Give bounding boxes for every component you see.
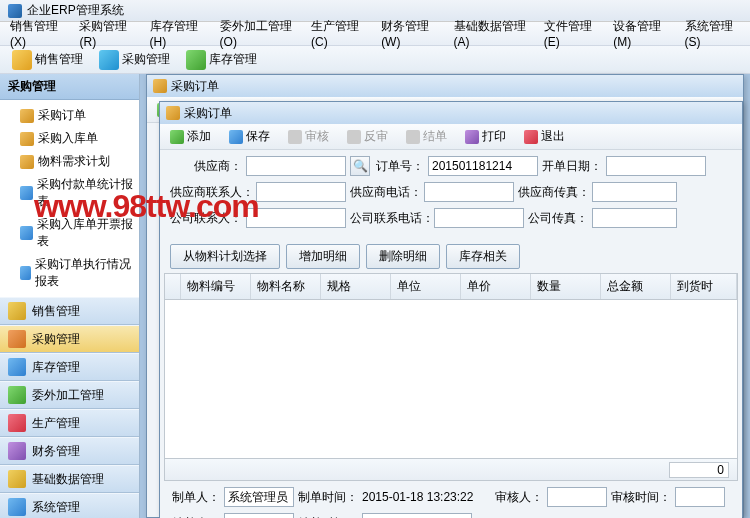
inner-window-title[interactable]: 采购订单 (160, 102, 742, 124)
purchase-icon (99, 50, 119, 70)
menu-purchase[interactable]: 采购管理(R) (73, 15, 141, 52)
supplier-fax-input[interactable] (592, 182, 677, 202)
print-button[interactable]: 打印 (461, 126, 510, 147)
menu-stock[interactable]: 库存管理(H) (144, 15, 212, 52)
menu-production[interactable]: 生产管理(C) (305, 15, 373, 52)
date-input[interactable] (606, 156, 706, 176)
nav-sales[interactable]: 销售管理 (0, 297, 139, 325)
maketime-label: 制单时间： (298, 489, 358, 506)
date-label: 开单日期： (542, 158, 602, 175)
toolbar-stock-label: 库存管理 (209, 51, 257, 68)
auditor-label: 审核人： (487, 489, 543, 506)
tree-invoice-report[interactable]: 采购入库单开票报表 (0, 213, 139, 253)
menu-sales[interactable]: 销售管理(X) (4, 15, 71, 52)
col-qty[interactable]: 数量 (531, 274, 601, 299)
company-phone-input[interactable] (434, 208, 524, 228)
save-icon (229, 130, 243, 144)
toolbar-stock[interactable]: 库存管理 (182, 48, 261, 72)
stock-icon (8, 358, 26, 376)
toolbar-purchase[interactable]: 采购管理 (95, 48, 174, 72)
maketime-value: 2015-01-18 13:23:22 (362, 490, 473, 504)
col-unit[interactable]: 单位 (391, 274, 461, 299)
nav-finance[interactable]: 财务管理 (0, 437, 139, 465)
save-button[interactable]: 保存 (225, 126, 274, 147)
col-material-name[interactable]: 物料名称 (251, 274, 321, 299)
supplier-phone-label: 供应商电话： (350, 184, 420, 201)
grid-total: 0 (669, 462, 729, 478)
audittime-input[interactable] (675, 487, 725, 507)
sales-icon (12, 50, 32, 70)
company-fax-input[interactable] (592, 208, 677, 228)
nav-system[interactable]: 系统管理 (0, 493, 139, 518)
tree-material-req[interactable]: 物料需求计划 (0, 150, 139, 173)
menu-equipment[interactable]: 设备管理(M) (607, 15, 676, 52)
orderno-input[interactable] (428, 156, 538, 176)
col-total[interactable]: 总金额 (601, 274, 671, 299)
menu-outsource[interactable]: 委外加工管理(O) (214, 15, 303, 52)
doc-icon (20, 132, 34, 146)
stock-icon (186, 50, 206, 70)
menu-system[interactable]: 系统管理(S) (679, 15, 746, 52)
inner-exit-button[interactable]: 退出 (520, 126, 569, 147)
auditor-input[interactable] (547, 487, 607, 507)
tree-purchase-in[interactable]: 采购入库单 (0, 127, 139, 150)
sidebar-header: 采购管理 (0, 74, 139, 100)
supplier-input[interactable] (246, 156, 346, 176)
window-icon (166, 106, 180, 120)
col-spec[interactable]: 规格 (321, 274, 391, 299)
order-header-form: 供应商： 🔍 订单号： 开单日期： 供应商联系人： 供应商电话： 供应商传真： (160, 150, 742, 240)
order-footer-form: 制单人： 制单时间： 2015-01-18 13:23:22 审核人： 审核时间… (160, 481, 742, 518)
menubar: 销售管理(X) 采购管理(R) 库存管理(H) 委外加工管理(O) 生产管理(C… (0, 22, 750, 46)
company-contact-input[interactable] (246, 208, 346, 228)
nav-outsource[interactable]: 委外加工管理 (0, 381, 139, 409)
grid-body[interactable] (165, 300, 737, 458)
outsource-icon (8, 386, 26, 404)
audit-button[interactable]: 审核 (284, 126, 333, 147)
report-icon (20, 186, 33, 200)
menu-finance[interactable]: 财务管理(W) (375, 15, 445, 52)
menu-basedata[interactable]: 基础数据管理(A) (448, 15, 536, 52)
close-order-button[interactable]: 结单 (402, 126, 451, 147)
nav-production[interactable]: 生产管理 (0, 409, 139, 437)
system-icon (8, 498, 26, 516)
add-button[interactable]: 添加 (166, 126, 215, 147)
nav-purchase[interactable]: 采购管理 (0, 325, 139, 353)
col-material-code[interactable]: 物料编号 (181, 274, 251, 299)
unaudit-button[interactable]: 反审 (343, 126, 392, 147)
audittime-label: 审核时间： (611, 489, 671, 506)
grid-footer: 0 (165, 458, 737, 480)
tree-exec-report[interactable]: 采购订单执行情况报表 (0, 253, 139, 293)
closer-input[interactable] (224, 513, 294, 518)
purchase-order-edit-window: 采购订单 添加 保存 审核 反审 结单 打印 退出 供应商： 🔍 (159, 101, 743, 517)
add-line-button[interactable]: 增加明细 (286, 244, 360, 269)
from-plan-button[interactable]: 从物料计划选择 (170, 244, 280, 269)
tree-purchase-order[interactable]: 采购订单 (0, 104, 139, 127)
stock-related-button[interactable]: 库存相关 (446, 244, 520, 269)
order-lines-grid[interactable]: 物料编号 物料名称 规格 单位 单价 数量 总金额 到货时 0 (164, 273, 738, 481)
supplier-search-button[interactable]: 🔍 (350, 156, 370, 176)
sales-icon (8, 302, 26, 320)
line-buttons: 从物料计划选择 增加明细 删除明细 库存相关 (160, 240, 742, 273)
purchase-order-list-window: 采购订单 添加采购订单 编辑采购订单 删除 退出 采购订单 添加 保存 审核 反… (146, 74, 744, 518)
col-price[interactable]: 单价 (461, 274, 531, 299)
col-arrival[interactable]: 到货时 (671, 274, 737, 299)
maker-input[interactable] (224, 487, 294, 507)
doc-icon (20, 109, 34, 123)
menu-files[interactable]: 文件管理(E) (538, 15, 605, 52)
toolbar-sales[interactable]: 销售管理 (8, 48, 87, 72)
supplier-phone-input[interactable] (424, 182, 514, 202)
doc-icon (20, 155, 34, 169)
report-icon (20, 266, 31, 280)
supplier-contact-input[interactable] (256, 182, 346, 202)
orderno-label: 订单号： (374, 158, 424, 175)
add-icon (170, 130, 184, 144)
nav-stock[interactable]: 库存管理 (0, 353, 139, 381)
maker-label: 制单人： (170, 489, 220, 506)
supplier-contact-label: 供应商联系人： (170, 184, 252, 201)
tree-payment-report[interactable]: 采购付款单统计报表 (0, 173, 139, 213)
outer-window-title[interactable]: 采购订单 (147, 75, 743, 97)
nav-basedata[interactable]: 基础数据管理 (0, 465, 139, 493)
grid-rowheader (165, 274, 181, 299)
closetime-input[interactable] (362, 513, 472, 518)
delete-line-button[interactable]: 删除明细 (366, 244, 440, 269)
